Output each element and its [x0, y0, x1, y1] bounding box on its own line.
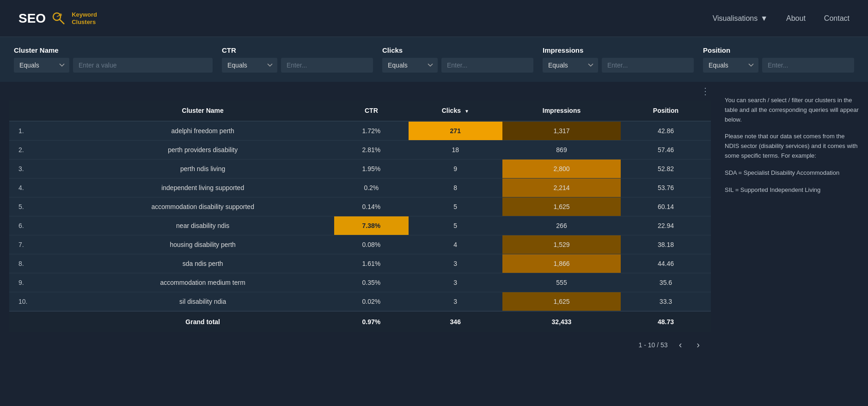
table-row[interactable]: 3.perth ndis living1.95%92,80052.82: [9, 160, 711, 178]
filter-clicks-select[interactable]: EqualsGreater thanLess than: [382, 58, 438, 73]
sidebar-text4: SIL = Supported Independent Living: [725, 185, 859, 195]
row-clicks: 5: [409, 216, 503, 235]
grand-total-impressions: 32,433: [502, 311, 621, 332]
row-ctr: 0.08%: [334, 235, 408, 254]
table-row[interactable]: 8.sda ndis perth1.61%31,86644.46: [9, 254, 711, 273]
table-row[interactable]: 10.sil disability ndia0.02%31,62533.3: [9, 292, 711, 312]
row-cluster-name: perth providers disability: [71, 141, 334, 160]
row-position: 60.14: [621, 197, 711, 216]
row-cluster-name: sda ndis perth: [71, 254, 334, 273]
row-position: 52.82: [621, 160, 711, 178]
sidebar-text3: SDA = Specialist Disability Accommodatio…: [725, 168, 859, 178]
filter-impressions-input[interactable]: [602, 58, 694, 73]
row-clicks: 8: [409, 178, 503, 197]
row-cluster-name: sil disability ndia: [71, 292, 334, 312]
pagination-next[interactable]: ›: [693, 338, 703, 352]
row-position: 57.46: [621, 141, 711, 160]
row-cluster-name: perth ndis living: [71, 160, 334, 178]
col-impressions[interactable]: Impressions: [502, 100, 621, 121]
row-cluster-name: accommodation disability supported: [71, 197, 334, 216]
row-impressions: 1,625: [502, 292, 621, 312]
table-row[interactable]: 1.adelphi freedom perth1.72%2711,31742.8…: [9, 121, 711, 141]
table-row[interactable]: 7.housing disability perth0.08%41,52938.…: [9, 235, 711, 254]
row-position: 42.86: [621, 121, 711, 141]
table-row[interactable]: 5.accommodation disability supported0.14…: [9, 197, 711, 216]
table-row[interactable]: 2.perth providers disability2.81%1886957…: [9, 141, 711, 160]
filter-cluster-input[interactable]: [73, 58, 213, 73]
svg-line-1: [60, 19, 64, 24]
sidebar-text1: You can search / select / filter our clu…: [725, 96, 859, 124]
row-impressions: 1,317: [502, 121, 621, 141]
col-position[interactable]: Position: [621, 100, 711, 121]
row-ctr: 1.95%: [334, 160, 408, 178]
row-clicks: 18: [409, 141, 503, 160]
navbar: SEO Keyword Clusters Visualisations ▼ Ab…: [0, 0, 868, 37]
grand-total-row: Grand total 0.97% 346 32,433 48.73: [9, 311, 711, 332]
filter-position: Position EqualsGreater thanLess than: [703, 46, 854, 73]
row-impressions: 1,625: [502, 197, 621, 216]
row-cluster-name: near disability ndis: [71, 216, 334, 235]
filter-ctr-select[interactable]: EqualsGreater thanLess than: [222, 58, 277, 73]
row-num: 10.: [9, 292, 71, 312]
col-ctr[interactable]: CTR: [334, 100, 408, 121]
row-position: 22.94: [621, 216, 711, 235]
col-num: [9, 100, 71, 121]
table-row[interactable]: 6.near disability ndis7.38%526622.94: [9, 216, 711, 235]
col-cluster-name[interactable]: Cluster Name: [71, 100, 334, 121]
row-position: 33.3: [621, 292, 711, 312]
row-cluster-name: housing disability perth: [71, 235, 334, 254]
row-position: 44.46: [621, 254, 711, 273]
filter-clicks-input[interactable]: [441, 58, 533, 73]
row-clicks: 4: [409, 235, 503, 254]
grand-total-num: [9, 311, 71, 332]
more-options-icon[interactable]: ⋮: [701, 86, 711, 97]
sidebar-text2: Please note that our data set comes from…: [725, 132, 859, 160]
filter-ctr-label: CTR: [222, 46, 373, 54]
filter-clicks-label: Clicks: [382, 46, 533, 54]
pagination: 1 - 10 / 53 ‹ ›: [9, 332, 711, 357]
filter-cluster-select[interactable]: EqualsContainsStarts withEnds with: [14, 58, 69, 73]
row-clicks: 9: [409, 160, 503, 178]
row-num: 1.: [9, 121, 71, 141]
grand-total-label: Grand total: [71, 311, 334, 332]
row-impressions: 266: [502, 216, 621, 235]
row-impressions: 555: [502, 273, 621, 292]
pagination-info: 1 - 10 / 53: [639, 341, 668, 349]
row-num: 8.: [9, 254, 71, 273]
row-clicks: 271: [409, 121, 503, 141]
row-position: 35.6: [621, 273, 711, 292]
filter-position-select[interactable]: EqualsGreater thanLess than: [703, 58, 758, 73]
row-num: 6.: [9, 216, 71, 235]
row-ctr: 2.81%: [334, 141, 408, 160]
table-row[interactable]: 4.independent living supported0.2%82,214…: [9, 178, 711, 197]
row-num: 9.: [9, 273, 71, 292]
row-cluster-name: accommodation medium term: [71, 273, 334, 292]
table-toolbar: ⋮: [9, 82, 711, 100]
filter-ctr-input[interactable]: [281, 58, 373, 73]
sort-arrow-clicks: ▼: [465, 109, 469, 114]
filter-position-input[interactable]: [762, 58, 854, 73]
nav-about[interactable]: About: [786, 14, 806, 23]
row-ctr: 0.14%: [334, 197, 408, 216]
filter-clicks: Clicks EqualsGreater thanLess than: [382, 46, 533, 73]
nav-contact[interactable]: Contact: [824, 14, 850, 23]
row-position: 53.76: [621, 178, 711, 197]
nav-visualisations[interactable]: Visualisations ▼: [713, 14, 768, 23]
pagination-prev[interactable]: ‹: [675, 338, 686, 352]
data-table: Cluster Name CTR Clicks ▼ Impressions Po…: [9, 100, 711, 332]
nav-links: Visualisations ▼ About Contact: [713, 14, 850, 23]
filter-cluster-label: Cluster Name: [14, 46, 213, 54]
row-impressions: 869: [502, 141, 621, 160]
row-clicks: 5: [409, 197, 503, 216]
row-clicks: 3: [409, 254, 503, 273]
filter-impressions-select[interactable]: EqualsGreater thanLess than: [543, 58, 598, 73]
filter-ctr: CTR EqualsGreater thanLess than: [222, 46, 373, 73]
row-clicks: 3: [409, 292, 503, 312]
row-cluster-name: adelphi freedom perth: [71, 121, 334, 141]
col-clicks[interactable]: Clicks ▼: [409, 100, 503, 121]
table-row[interactable]: 9.accommodation medium term0.35%355535.6: [9, 273, 711, 292]
row-num: 2.: [9, 141, 71, 160]
logo-icon: [50, 10, 67, 27]
grand-total-ctr: 0.97%: [334, 311, 408, 332]
row-num: 3.: [9, 160, 71, 178]
